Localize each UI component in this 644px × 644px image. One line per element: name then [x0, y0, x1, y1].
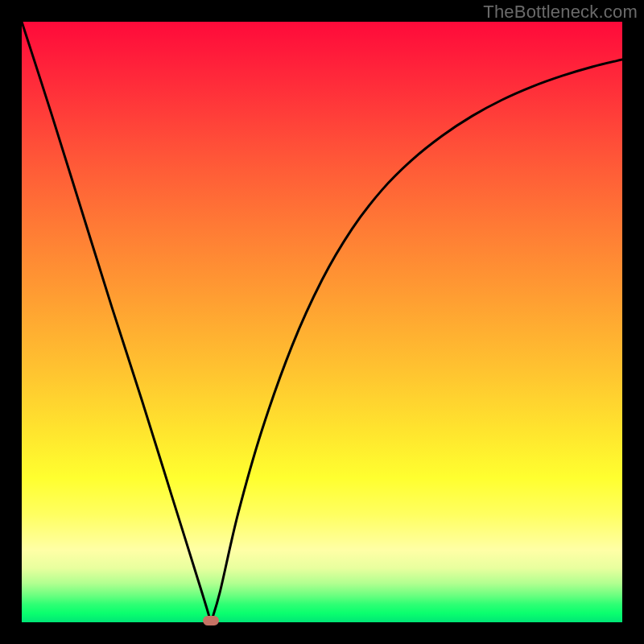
bottleneck-curve: [22, 22, 622, 622]
vertex-marker: [203, 616, 219, 625]
chart-frame: TheBottleneck.com: [0, 0, 644, 644]
plot-area: [22, 22, 622, 622]
watermark-text: TheBottleneck.com: [483, 2, 638, 23]
curve-layer: [22, 22, 622, 622]
